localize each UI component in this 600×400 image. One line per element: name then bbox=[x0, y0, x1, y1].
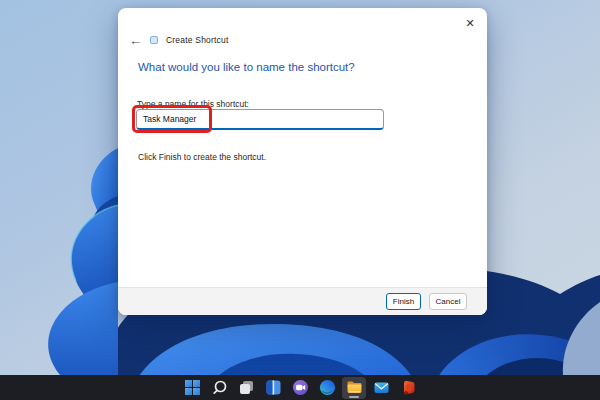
shortcut-name-label: Type a name for this shortcut: bbox=[137, 99, 249, 109]
chat-button[interactable] bbox=[288, 377, 312, 399]
file-explorer-icon bbox=[345, 378, 364, 397]
office-icon bbox=[399, 378, 418, 397]
wizard-heading: What would you like to name the shortcut… bbox=[138, 61, 355, 73]
windows-start-icon bbox=[183, 378, 202, 397]
search-button[interactable] bbox=[207, 377, 231, 399]
chat-icon bbox=[291, 378, 310, 397]
desktop: ✕ ← Create Shortcut What would you like … bbox=[0, 0, 600, 400]
cancel-button[interactable]: Cancel bbox=[429, 293, 467, 310]
finish-button[interactable]: Finish bbox=[386, 293, 421, 310]
create-shortcut-window: ✕ ← Create Shortcut What would you like … bbox=[118, 8, 487, 315]
window-title: Create Shortcut bbox=[166, 35, 229, 45]
edge-button[interactable] bbox=[315, 377, 339, 399]
close-icon[interactable]: ✕ bbox=[461, 15, 479, 31]
back-icon[interactable]: ← bbox=[129, 34, 142, 47]
office-button[interactable] bbox=[396, 377, 420, 399]
shortcut-name-input[interactable] bbox=[136, 109, 384, 130]
finish-instruction: Click Finish to create the shortcut. bbox=[138, 152, 266, 162]
search-icon bbox=[210, 378, 229, 397]
file-explorer-button[interactable] bbox=[342, 377, 366, 399]
task-view-button[interactable] bbox=[234, 377, 258, 399]
dialog-header: ← Create Shortcut bbox=[129, 32, 229, 48]
mail-button[interactable] bbox=[369, 377, 393, 399]
start-button[interactable] bbox=[180, 377, 204, 399]
edge-icon bbox=[318, 378, 337, 397]
mail-icon bbox=[372, 378, 391, 397]
taskbar bbox=[0, 375, 600, 400]
shortcut-wizard-icon bbox=[150, 36, 158, 44]
task-view-icon bbox=[237, 378, 256, 397]
widgets-button[interactable] bbox=[261, 377, 285, 399]
running-app-indicator bbox=[349, 396, 359, 398]
dialog-footer: Finish Cancel bbox=[118, 287, 487, 315]
widgets-icon bbox=[264, 378, 283, 397]
